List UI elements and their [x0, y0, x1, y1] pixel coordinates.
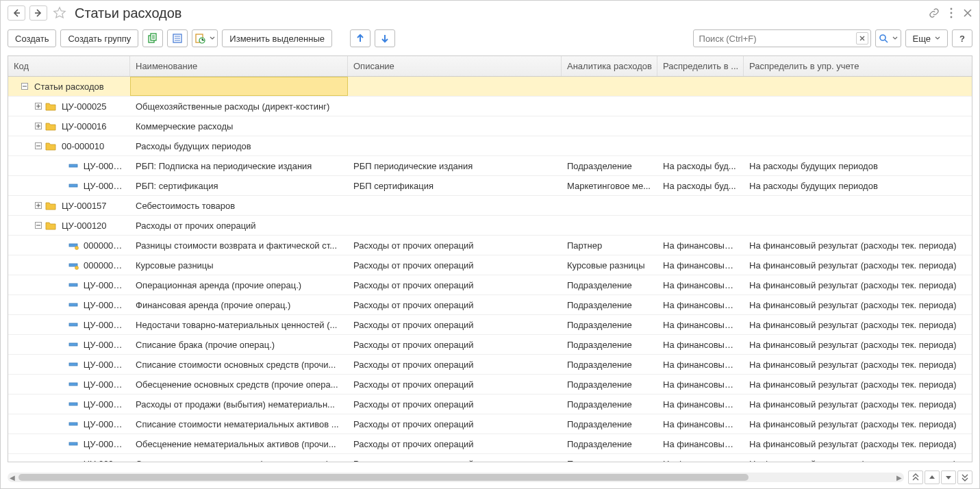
- link-icon[interactable]: [929, 8, 940, 18]
- expand-toggle[interactable]: [21, 83, 29, 90]
- arrow-up-icon: [355, 34, 365, 43]
- cell-code: ЦУ-000038: [84, 280, 125, 290]
- col-header-dist1[interactable]: Распределить в ...: [657, 56, 744, 76]
- edit-selected-button[interactable]: Изменить выделенные: [222, 29, 332, 47]
- close-icon[interactable]: [963, 8, 972, 18]
- scroll-top-button[interactable]: [908, 471, 923, 484]
- svg-rect-21: [69, 284, 77, 286]
- cell-code: ЦУ-000120: [62, 221, 107, 231]
- list-button[interactable]: [167, 29, 188, 47]
- table-row[interactable]: ЦУ-000038Операционная аренда (прочие опе…: [8, 275, 972, 295]
- cell-code: ЦУ-000009: [84, 181, 125, 191]
- col-header-dist2[interactable]: Распределить в упр. учете: [744, 56, 972, 76]
- table-row[interactable]: ЦУ-000016Коммерческие расходы: [8, 116, 972, 136]
- scroll-up-button[interactable]: [925, 471, 940, 484]
- horizontal-scrollbar[interactable]: ◀ ▶: [8, 473, 904, 482]
- move-up-button[interactable]: [350, 29, 370, 47]
- svg-rect-22: [69, 303, 77, 306]
- table-row[interactable]: ЦУ-000126Списание брака (прочие операц.)…: [8, 335, 972, 355]
- cell-desc: Расходы от прочих операций: [353, 379, 474, 390]
- col-header-code[interactable]: Код: [8, 56, 130, 76]
- search-input[interactable]: [693, 29, 871, 47]
- table-row[interactable]: Статьи расходов: [8, 77, 972, 97]
- cell-dist2: На расходы будущих периодов: [749, 181, 878, 191]
- expand-toggle[interactable]: [34, 202, 42, 209]
- search-field-wrapper: [693, 29, 871, 47]
- arrow-down-icon: [380, 34, 390, 43]
- x-small-icon: [859, 36, 865, 41]
- cell-dist2: На финансовый результат (расходы тек. пе…: [749, 399, 957, 410]
- svg-rect-26: [69, 383, 77, 386]
- cell-dist2: На финансовый результат (расходы тек. пе…: [749, 260, 957, 271]
- cell-name: РБП: сертификация: [136, 181, 218, 191]
- expand-toggle[interactable]: [34, 123, 42, 129]
- arrow-right-icon: [34, 9, 42, 17]
- grid-body[interactable]: Статьи расходовЦУ-000025Общехозяйственны…: [8, 77, 972, 462]
- search-icon: [879, 34, 888, 43]
- scroll-left-icon[interactable]: ◀: [8, 474, 17, 481]
- favorite-star-button[interactable]: [51, 5, 68, 21]
- star-icon: [53, 6, 66, 20]
- col-header-desc[interactable]: Описание: [348, 56, 562, 76]
- table-row[interactable]: 000000003Курсовые разницыРасходы от проч…: [8, 255, 972, 275]
- chevron-down-icon: [210, 36, 215, 40]
- folder-icon: [45, 141, 56, 151]
- search-clear-button[interactable]: [856, 32, 868, 45]
- move-down-button[interactable]: [375, 29, 395, 47]
- folder-icon: [45, 121, 56, 131]
- cell-name: Разницы стоимости возврата и фактической…: [136, 240, 337, 251]
- titlebar: Статьи расходов: [1, 1, 979, 25]
- table-row[interactable]: ЦУ-000171РБП: Подписка на периодические …: [8, 156, 972, 176]
- table-row[interactable]: ЦУ-000009РБП: сертификацияРБП сертификац…: [8, 176, 972, 196]
- cell-desc: Расходы от прочих операций: [353, 280, 474, 290]
- folder-icon: [45, 101, 56, 111]
- scroll-right-icon[interactable]: ▶: [894, 474, 904, 481]
- cell-dist1: На финансовый ...: [663, 399, 738, 410]
- table-row[interactable]: ЦУ-000131Расходы от продажи (выбытия) не…: [8, 394, 972, 414]
- search-button[interactable]: [875, 29, 901, 47]
- table-row[interactable]: ЦУ-000130Обесценение основных средств (п…: [8, 375, 972, 394]
- more-button[interactable]: Еще: [905, 29, 948, 47]
- cell-analytics: Подразделение: [567, 340, 632, 350]
- create-button[interactable]: Создать: [8, 29, 56, 47]
- help-icon: ?: [959, 34, 965, 44]
- item-icon: [68, 361, 78, 368]
- table-row[interactable]: ЦУ-000120Расходы от прочих операций: [8, 216, 972, 236]
- table-row[interactable]: 000000004Разницы стоимости возврата и фа…: [8, 236, 972, 255]
- table-row[interactable]: ЦУ-000133Обесценение нематериальных акти…: [8, 434, 972, 454]
- copy-button[interactable]: [142, 29, 163, 47]
- scroll-thumb[interactable]: [18, 474, 749, 481]
- table-row[interactable]: ЦУ-000157Себестоимость товаров: [8, 196, 972, 216]
- table-row[interactable]: ЦУ-000135Списание стоимости запасов (про…: [8, 454, 972, 462]
- expand-toggle[interactable]: [34, 222, 42, 229]
- table-row[interactable]: 00-000010Расходы будущих периодов: [8, 136, 972, 156]
- scroll-bottom-button[interactable]: [957, 471, 972, 484]
- nav-forward-button[interactable]: [29, 5, 47, 21]
- cell-analytics: Подразделение: [567, 300, 632, 310]
- report-button[interactable]: [192, 29, 218, 47]
- kebab-menu-icon[interactable]: [946, 8, 956, 18]
- col-header-analytics[interactable]: Аналитика расходов: [562, 56, 657, 76]
- chevron-down-icon: [892, 36, 898, 40]
- create-group-button[interactable]: Создать группу: [60, 29, 138, 47]
- item-icon: [68, 341, 78, 348]
- table-row[interactable]: ЦУ-000132Списание стоимости нематериальн…: [8, 414, 972, 434]
- nav-back-button[interactable]: [8, 5, 25, 21]
- table-row[interactable]: ЦУ-000025Общехозяйственные расходы (дире…: [8, 97, 972, 116]
- col-header-name[interactable]: Наименование: [130, 56, 348, 76]
- table-row[interactable]: ЦУ-000129Списание стоимости основных сре…: [8, 355, 972, 375]
- svg-point-1: [951, 12, 953, 14]
- svg-rect-27: [69, 403, 77, 405]
- table-row[interactable]: ЦУ-000121Финансовая аренда (прочие опера…: [8, 295, 972, 315]
- cell-desc: Расходы от прочих операций: [353, 419, 474, 429]
- cell-dist2: На финансовый результат (расходы тек. пе…: [749, 340, 957, 350]
- scroll-down-button[interactable]: [941, 471, 956, 484]
- expand-toggle[interactable]: [34, 142, 42, 149]
- table-row[interactable]: ЦУ-000123Недостачи товарно-материальных …: [8, 315, 972, 335]
- expand-toggle[interactable]: [34, 103, 42, 110]
- cell-code: ЦУ-000025: [62, 101, 107, 112]
- cell-dist1: На финансовый ...: [663, 240, 738, 251]
- cell-name: Обесценение основных средств (прочие опе…: [136, 379, 338, 390]
- help-button[interactable]: ?: [952, 29, 972, 47]
- cell-code: 00-000010: [62, 141, 104, 151]
